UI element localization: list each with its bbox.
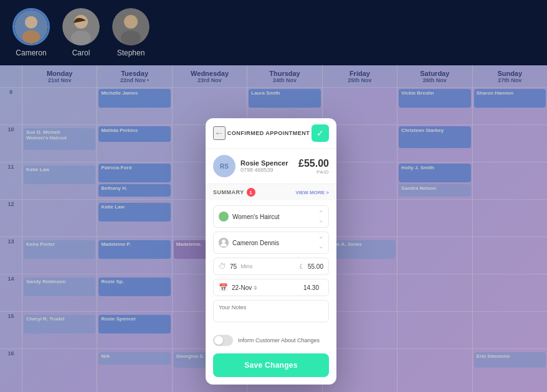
date-down-icon[interactable] bbox=[254, 288, 257, 290]
summary-bar: SUMMARY 1 VIEW MORE > bbox=[206, 184, 336, 200]
date-value: 22-Nov bbox=[232, 284, 252, 291]
summary-label: SUMMARY 1 bbox=[213, 188, 255, 197]
price-section: £55.00 PAID bbox=[298, 158, 329, 175]
service-icon bbox=[219, 212, 229, 222]
date-up-icon[interactable] bbox=[254, 286, 257, 287]
price-icon: £ bbox=[299, 263, 303, 270]
notification-badge: 1 bbox=[247, 188, 255, 197]
customer-info: Rosie Spencer 0798 468539 bbox=[240, 159, 293, 173]
toggle-knob bbox=[214, 336, 223, 345]
service-name: Women's Haircut bbox=[232, 213, 315, 220]
modal-overlay: ← CONFIRMED APPOINTMENT ✓ RS Rosie Spenc… bbox=[0, 0, 547, 392]
price-amount: £55.00 bbox=[298, 158, 329, 169]
customer-row: RS Rosie Spencer 0798 468539 £55.00 PAID bbox=[206, 149, 336, 184]
price-status: PAID bbox=[298, 169, 329, 175]
modal-title: CONFIRMED APPOINTMENT bbox=[227, 130, 310, 136]
customer-phone: 0798 468539 bbox=[240, 167, 293, 173]
time-field[interactable]: 14.30 bbox=[303, 284, 323, 291]
toggle-row: Inform Customer About Changes bbox=[206, 335, 336, 346]
date-field[interactable]: 22-Nov bbox=[232, 284, 300, 291]
date-stepper[interactable] bbox=[254, 286, 257, 290]
inform-toggle[interactable] bbox=[213, 335, 233, 346]
confirm-button[interactable]: ✓ bbox=[312, 124, 329, 142]
customer-avatar: RS bbox=[213, 155, 235, 177]
save-button[interactable]: Save Changes bbox=[213, 353, 329, 377]
staff-chevron-icon: ⌃⌄ bbox=[318, 236, 323, 250]
clock-icon: ⏱ bbox=[219, 262, 226, 271]
calendar-icon: 📅 bbox=[219, 283, 228, 292]
appointment-modal: ← CONFIRMED APPOINTMENT ✓ RS Rosie Spenc… bbox=[206, 118, 336, 385]
service-chevron-icon: ⌃⌄ bbox=[318, 210, 323, 223]
duration-price: 55.00 bbox=[308, 263, 323, 270]
customer-name: Rosie Spencer bbox=[240, 159, 293, 167]
duration-row: ⏱ 75 Mins £ 55.00 bbox=[213, 258, 329, 275]
duration-value: 75 bbox=[230, 263, 237, 270]
service-select[interactable]: Women's Haircut ⌃⌄ bbox=[213, 205, 329, 228]
duration-unit: Mins bbox=[240, 263, 295, 269]
modal-header: ← CONFIRMED APPOINTMENT ✓ bbox=[206, 118, 336, 149]
toggle-label: Inform Customer About Changes bbox=[238, 337, 320, 343]
datetime-row[interactable]: 📅 22-Nov 14.30 bbox=[213, 279, 329, 296]
form-section: Women's Haircut ⌃⌄ Cameron Dennis ⌃⌄ ⏱ 7… bbox=[206, 200, 336, 335]
svg-point-10 bbox=[222, 240, 226, 243]
view-more-link[interactable]: VIEW MORE > bbox=[295, 190, 329, 195]
notes-field[interactable] bbox=[213, 300, 329, 322]
staff-icon bbox=[219, 238, 229, 248]
svg-point-11 bbox=[221, 243, 227, 246]
check-icon: ✓ bbox=[316, 128, 324, 138]
time-value: 14.30 bbox=[303, 284, 319, 291]
staff-name: Cameron Dennis bbox=[232, 240, 315, 246]
staff-select[interactable]: Cameron Dennis ⌃⌄ bbox=[213, 231, 329, 254]
back-button[interactable]: ← bbox=[213, 126, 226, 140]
